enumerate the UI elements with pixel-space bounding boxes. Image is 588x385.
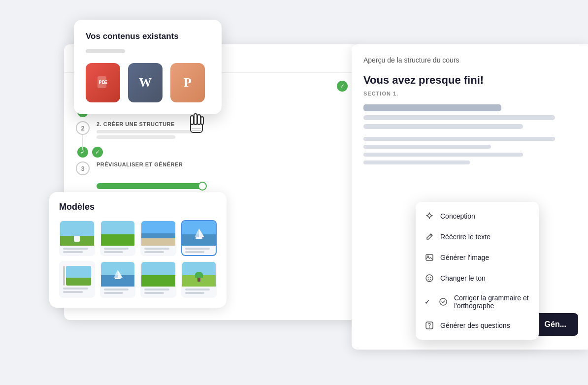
context-menu: Conception Réécrire le texte Générer l'i… [416, 202, 539, 340]
models-panel: Modèles [49, 192, 227, 308]
model-card-7[interactable] [140, 261, 176, 298]
mini-line-11 [104, 289, 129, 290]
menu-item-corriger[interactable]: ✓ Corriger la grammaire et l'orthographe [416, 289, 539, 315]
section-bar-2 [363, 124, 523, 129]
word-icon[interactable]: W [128, 63, 163, 102]
pdf-icon[interactable] [86, 63, 120, 102]
section-content-block [363, 104, 576, 129]
image-icon [425, 253, 434, 262]
structure-header: Aperçu de la structure du cours [363, 56, 576, 64]
mini-line-2 [63, 251, 83, 253]
mini-line-8 [185, 251, 205, 253]
model-card-5[interactable] [59, 261, 95, 298]
mini-line-9 [63, 288, 88, 289]
menu-item-generer-questions[interactable]: Générer des questions [416, 315, 539, 336]
extra-bar-2 [363, 145, 491, 149]
model-lines-3 [141, 246, 175, 255]
check-circle-icon [438, 297, 448, 307]
step-2: 2 2. CRÉER UNE STRUCTURE [76, 121, 348, 139]
svg-rect-8 [426, 255, 433, 260]
question-icon [425, 321, 434, 330]
check-mark-corriger: ✓ [425, 298, 430, 306]
step-3-info: PRÉVISUALISER ET GÉNÉRER [97, 161, 348, 167]
mini-line-3 [104, 248, 129, 250]
ppt-letter: P [184, 75, 192, 90]
extra-bar-3 [363, 153, 523, 157]
model-image-4 [182, 221, 216, 246]
menu-label-generer-questions: Générer des questions [440, 321, 510, 329]
file-icons-row: W P [86, 63, 210, 102]
progress-bar [97, 183, 205, 189]
pdf-file-stack[interactable] [86, 63, 120, 102]
step-2-bar1 [97, 130, 195, 133]
step-1-check: ✓ [337, 81, 348, 92]
mini-line-15 [185, 289, 210, 290]
svg-marker-16 [195, 228, 199, 237]
model-lines-1 [60, 246, 94, 255]
mini-line-10 [63, 291, 83, 293]
mini-line-13 [144, 289, 169, 290]
extra-bar-1 [363, 137, 555, 141]
menu-item-conception[interactable]: Conception [416, 206, 539, 226]
menu-label-changer-ton: Changer le ton [440, 274, 486, 282]
step-3-circle: 3 [76, 161, 90, 175]
menu-item-generer-image[interactable]: Générer l'image [416, 247, 539, 268]
menu-label-reecrire: Réécrire le texte [440, 233, 490, 241]
smile-icon [425, 273, 434, 283]
popup-bar [86, 49, 125, 53]
step-3: 3 PRÉVISUALISER ET GÉNÉRER [76, 161, 348, 175]
step-2-circle: 2 [76, 121, 90, 135]
svg-rect-20 [115, 278, 121, 279]
mini-line-14 [144, 292, 164, 294]
step-2-label: 2. CRÉER UNE STRUCTURE [97, 121, 348, 127]
svg-rect-17 [196, 237, 202, 239]
model-image-3 [141, 221, 175, 246]
mini-line-7 [185, 248, 210, 250]
model-image-7 [141, 262, 175, 287]
mini-line-16 [185, 292, 205, 294]
model-5-content [60, 262, 94, 297]
model-image-8 [182, 262, 216, 287]
ppt-icon[interactable]: P [170, 63, 205, 102]
svg-point-12 [430, 277, 431, 278]
svg-marker-15 [199, 228, 204, 237]
model-lines-6 [101, 287, 135, 296]
existing-content-popup: Vos contenus existants W P [74, 20, 222, 114]
models-title: Modèles [59, 202, 217, 212]
model-card-6[interactable] [100, 261, 136, 298]
mini-line-12 [104, 292, 124, 294]
mini-line-5 [144, 248, 169, 250]
model-lines-8 [182, 287, 216, 296]
menu-item-changer-ton[interactable]: Changer le ton [416, 268, 539, 289]
section-title-bar [363, 104, 501, 111]
model-card-4[interactable] [181, 220, 217, 256]
step-3-label: PRÉVISUALISER ET GÉNÉRER [97, 161, 348, 167]
model-card-3[interactable] [140, 220, 176, 256]
model-card-8[interactable] [181, 261, 217, 298]
svg-point-11 [428, 277, 429, 278]
extra-content [363, 137, 576, 164]
step-2-connector [82, 135, 83, 150]
menu-label-conception: Conception [440, 212, 475, 220]
mini-line-4 [104, 251, 124, 253]
model-image-6 [101, 262, 135, 287]
structure-title: Vous avez presque fini! [363, 74, 576, 87]
progress-dot [198, 182, 207, 191]
model-lines-7 [141, 287, 175, 296]
step-2-bars [97, 130, 348, 139]
svg-marker-19 [114, 270, 118, 278]
word-letter: W [139, 75, 152, 90]
model-card-2[interactable] [100, 220, 136, 256]
mini-line-6 [144, 251, 164, 253]
step-2-bar2 [97, 135, 175, 139]
models-grid [59, 220, 217, 298]
svg-point-10 [426, 275, 433, 282]
generate-button[interactable]: Gén... [533, 313, 578, 336]
menu-item-reecrire[interactable]: Réécrire le texte [416, 226, 539, 247]
model-image-2 [101, 221, 135, 246]
menu-label-corriger: Corriger la grammaire et l'orthographe [454, 294, 530, 310]
star-icon [425, 211, 434, 221]
model-card-1[interactable] [59, 220, 95, 256]
model-lines-4 [182, 246, 216, 255]
section-bar-1 [363, 115, 555, 120]
